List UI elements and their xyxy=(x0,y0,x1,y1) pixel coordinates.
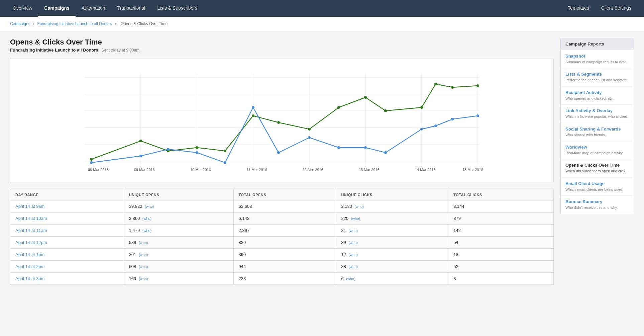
day-link[interactable]: April 14 at 10am xyxy=(15,216,47,221)
col-unique-clicks: UNIQUE CLICKS xyxy=(336,189,448,200)
table-row: April 14 at 12pm 589 (who) 820 39 (who) … xyxy=(10,237,554,249)
cell-total-clicks: 54 xyxy=(448,237,554,249)
sidebar-item-desc: Performance of each list and segment. xyxy=(565,78,628,82)
day-link[interactable]: April 14 at 3pm xyxy=(15,276,44,281)
sidebar-link-recipient-activity[interactable]: Recipient Activity xyxy=(565,90,629,95)
cell-total-clicks: 18 xyxy=(448,249,554,261)
nav-campaigns[interactable]: Campaigns xyxy=(38,0,75,17)
main-container: Opens & Clicks Over Time Fundraising Ini… xyxy=(0,31,644,336)
table-row: April 14 at 9am 39,822 (who) 63,608 2,18… xyxy=(10,200,554,213)
svg-point-42 xyxy=(476,114,479,117)
data-table: DAY RANGE UNIQUE OPENS TOTAL OPENS UNIQU… xyxy=(10,189,554,285)
cell-unique-clicks: 81 (who) xyxy=(336,225,448,237)
who-link-unique-clicks[interactable]: (who) xyxy=(351,217,360,221)
who-link-unique-clicks[interactable]: (who) xyxy=(348,265,358,269)
svg-point-36 xyxy=(337,146,340,149)
cell-total-opens: 238 xyxy=(233,273,336,285)
cell-unique-clicks: 39 (who) xyxy=(336,237,448,249)
sidebar-link-lists-&-segments[interactable]: Lists & Segments xyxy=(565,72,629,77)
cell-total-clicks: 3,144 xyxy=(448,200,554,213)
cell-day: April 14 at 12pm xyxy=(10,237,124,249)
sidebar-link-opens-&-clicks-over-time[interactable]: Opens & Clicks Over Time xyxy=(565,163,629,168)
top-navigation: Overview Campaigns Automation Transactio… xyxy=(0,0,644,17)
col-unique-opens: UNIQUE OPENS xyxy=(124,189,233,200)
svg-point-21 xyxy=(337,106,340,109)
campaign-name: Fundraising Initiative Launch to all Don… xyxy=(10,48,98,53)
breadcrumb-campaign-name[interactable]: Fundraising Initiative Launch to all Don… xyxy=(37,21,112,26)
chart-svg: 08 Mar 2016 09 Mar 2016 10 Mar 2016 11 M… xyxy=(14,64,550,178)
cell-unique-clicks: 220 (who) xyxy=(336,213,448,225)
sidebar-item: Worldview Real-time map of campaign acti… xyxy=(561,141,634,159)
sidebar-items: Snapshot Summary of campaign results to … xyxy=(561,50,634,214)
svg-point-41 xyxy=(451,118,454,120)
sidebar-link-snapshot[interactable]: Snapshot xyxy=(565,54,629,59)
sidebar-item: Bounce Summary Who didn't receive this a… xyxy=(561,196,634,214)
sidebar-link-worldview[interactable]: Worldview xyxy=(565,145,629,150)
who-link-unique-clicks[interactable]: (who) xyxy=(348,253,358,257)
svg-text:14 Mar 2016: 14 Mar 2016 xyxy=(415,168,436,172)
cell-total-opens: 2,397 xyxy=(233,225,336,237)
nav-automation[interactable]: Automation xyxy=(76,0,111,17)
svg-point-38 xyxy=(384,151,387,154)
svg-text:08 Mar 2016: 08 Mar 2016 xyxy=(88,168,109,172)
svg-point-27 xyxy=(476,84,479,87)
who-link-unique-opens[interactable]: (who) xyxy=(139,241,148,245)
svg-point-16 xyxy=(196,146,198,149)
sidebar-link-bounce-summary[interactable]: Bounce Summary xyxy=(565,199,629,204)
sidebar-link-social-sharing-&-forwards[interactable]: Social Sharing & Forwards xyxy=(565,127,629,132)
svg-point-24 xyxy=(420,106,423,109)
svg-text:15 Mar 2016: 15 Mar 2016 xyxy=(462,168,483,172)
page-subtitle: Fundraising Initiative Launch to all Don… xyxy=(10,48,554,53)
nav-templates[interactable]: Templates xyxy=(562,0,595,17)
cell-total-clicks: 52 xyxy=(448,261,554,273)
who-link-unique-clicks[interactable]: (who) xyxy=(348,229,358,233)
cell-unique-opens: 39,822 (who) xyxy=(124,200,233,213)
cell-total-opens: 6,143 xyxy=(233,213,336,225)
cell-unique-opens: 301 (who) xyxy=(124,249,233,261)
sidebar: Campaign Reports Snapshot Summary of cam… xyxy=(560,38,634,330)
who-link-unique-clicks[interactable]: (who) xyxy=(348,241,358,245)
day-link[interactable]: April 14 at 11am xyxy=(15,228,47,233)
who-link-unique-opens[interactable]: (who) xyxy=(139,277,148,281)
nav-lists-subscribers[interactable]: Lists & Subscribers xyxy=(151,0,203,17)
breadcrumb-sep2: › xyxy=(115,21,117,26)
who-link-unique-opens[interactable]: (who) xyxy=(142,229,152,233)
cell-total-opens: 63,608 xyxy=(233,200,336,213)
sidebar-item: Recipient Activity Who opened and clicke… xyxy=(561,87,634,105)
who-link-unique-opens[interactable]: (who) xyxy=(139,265,148,269)
nav-right: Templates Client Settings xyxy=(562,0,637,17)
cell-unique-opens: 1,479 (who) xyxy=(124,225,233,237)
sidebar-item: Social Sharing & Forwards Who shared wit… xyxy=(561,123,634,141)
nav-overview[interactable]: Overview xyxy=(7,0,38,17)
day-link[interactable]: April 14 at 1pm xyxy=(15,252,44,257)
day-link[interactable]: April 14 at 12pm xyxy=(15,240,47,245)
svg-point-19 xyxy=(277,121,280,124)
cell-day: April 14 at 11am xyxy=(10,225,124,237)
svg-text:12 Mar 2016: 12 Mar 2016 xyxy=(303,168,323,172)
sidebar-item: Link Activity & Overlay Which links were… xyxy=(561,105,634,123)
who-link-unique-opens[interactable]: (who) xyxy=(142,217,152,221)
content-area: Opens & Clicks Over Time Fundraising Ini… xyxy=(10,38,554,330)
cell-total-clicks: 379 xyxy=(448,213,554,225)
nav-transactional[interactable]: Transactional xyxy=(111,0,151,17)
cell-total-opens: 820 xyxy=(233,237,336,249)
who-link-unique-opens[interactable]: (who) xyxy=(139,253,148,257)
sidebar-link-email-client-usage[interactable]: Email Client Usage xyxy=(565,181,629,186)
breadcrumb-campaigns[interactable]: Campaigns xyxy=(10,21,30,26)
cell-day: April 14 at 2pm xyxy=(10,261,124,273)
chart-container: 08 Mar 2016 09 Mar 2016 10 Mar 2016 11 M… xyxy=(10,59,554,182)
sidebar-item: Snapshot Summary of campaign results to … xyxy=(561,50,634,68)
sidebar-panel-header: Campaign Reports xyxy=(561,38,634,50)
day-link[interactable]: April 14 at 2pm xyxy=(15,264,44,269)
sidebar-item-desc: Who shared with friends. xyxy=(565,133,606,137)
cell-unique-clicks: 12 (who) xyxy=(336,249,448,261)
sidebar-link-link-activity-&-overlay[interactable]: Link Activity & Overlay xyxy=(565,108,629,113)
svg-point-39 xyxy=(420,128,423,131)
day-link[interactable]: April 14 at 9am xyxy=(15,204,44,209)
svg-text:11 Mar 2016: 11 Mar 2016 xyxy=(246,168,267,172)
svg-point-37 xyxy=(364,146,367,149)
who-link-unique-clicks[interactable]: (who) xyxy=(346,277,355,281)
who-link-unique-clicks[interactable]: (who) xyxy=(355,204,364,208)
nav-client-settings[interactable]: Client Settings xyxy=(595,0,637,17)
who-link-unique-opens[interactable]: (who) xyxy=(145,204,154,208)
